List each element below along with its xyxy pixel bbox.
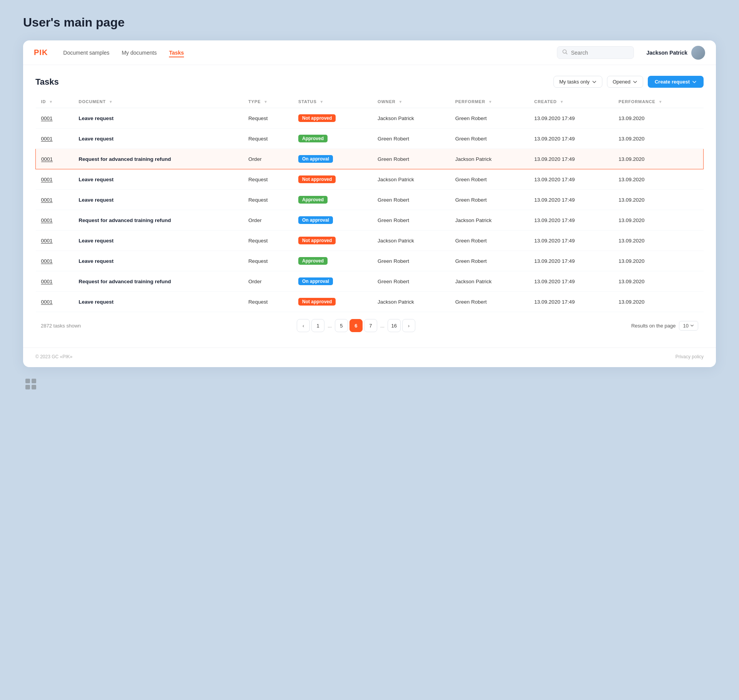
ellipsis-right: ... <box>379 323 386 329</box>
row-document: Leave request <box>73 129 243 149</box>
row-id-link[interactable]: 0001 <box>41 258 53 264</box>
row-created: 13.09.2020 17:49 <box>529 251 613 271</box>
row-performer: Green Robert <box>450 108 529 129</box>
row-status: Not approved <box>293 169 372 190</box>
row-status: Approved <box>293 129 372 149</box>
ellipsis-left: ... <box>326 323 333 329</box>
row-id-link[interactable]: 0001 <box>41 217 53 223</box>
col-owner[interactable]: OWNER ▼ <box>372 95 450 108</box>
col-document[interactable]: DOCUMENT ▼ <box>73 95 243 108</box>
nav-link-my-docs[interactable]: My documents <box>122 48 157 57</box>
page-16-button[interactable]: 16 <box>388 319 401 332</box>
row-document: Leave request <box>73 190 243 210</box>
page-title: User's main page <box>23 15 716 30</box>
row-performance: 13.09.2020 <box>613 129 704 149</box>
search-bar[interactable] <box>557 46 634 59</box>
opened-filter[interactable]: Opened <box>607 76 643 88</box>
logo: PIK <box>34 48 48 57</box>
status-badge: Approved <box>298 135 328 142</box>
status-badge: On approval <box>298 155 333 163</box>
row-performance: 13.09.2020 <box>613 251 704 271</box>
row-owner: Green Robert <box>372 251 450 271</box>
user-profile[interactable]: Jackson Patrick <box>646 46 705 60</box>
col-id[interactable]: ID ▼ <box>36 95 74 108</box>
row-document: Request for advanced training refund <box>73 271 243 292</box>
page-7-button[interactable]: 7 <box>364 319 377 332</box>
create-request-button[interactable]: Create request <box>648 76 704 88</box>
status-badge: Not approved <box>298 175 336 183</box>
row-status: Approved <box>293 190 372 210</box>
page-6-button[interactable]: 6 <box>349 319 363 332</box>
row-id-link[interactable]: 0001 <box>41 177 53 182</box>
table-row: 0001 Request for advanced training refun… <box>36 149 704 169</box>
table-body: 0001 Leave request Request Not approved … <box>36 108 704 312</box>
row-status: On approval <box>293 149 372 169</box>
row-type: Order <box>243 210 293 231</box>
row-id-link[interactable]: 0001 <box>41 238 53 244</box>
svg-rect-4 <box>25 385 30 389</box>
header-actions: My tasks only Opened Create request <box>553 76 704 88</box>
row-performance: 13.09.2020 <box>613 108 704 129</box>
row-performance: 13.09.2020 <box>613 190 704 210</box>
pagination-controls: ‹ 1 ... 5 6 7 ... 16 › <box>297 319 415 332</box>
col-performance[interactable]: PERFORMANCE ▼ <box>613 95 704 108</box>
col-performer[interactable]: PERFORMER ▼ <box>450 95 529 108</box>
row-status: Approved <box>293 251 372 271</box>
results-value: 10 <box>683 323 689 329</box>
results-select[interactable]: 10 <box>679 321 698 331</box>
row-created: 13.09.2020 17:49 <box>529 108 613 129</box>
my-tasks-filter[interactable]: My tasks only <box>553 76 602 88</box>
row-status: Not approved <box>293 231 372 251</box>
row-document: Leave request <box>73 231 243 251</box>
row-id-link[interactable]: 0001 <box>41 156 53 162</box>
table-row: 0001 Request for advanced training refun… <box>36 210 704 231</box>
status-badge: Approved <box>298 196 328 204</box>
row-status: On approval <box>293 210 372 231</box>
row-performance: 13.09.2020 <box>613 149 704 169</box>
row-owner: Green Robert <box>372 129 450 149</box>
row-created: 13.09.2020 17:49 <box>529 292 613 312</box>
row-id-link[interactable]: 0001 <box>41 299 53 305</box>
search-input[interactable] <box>571 50 629 56</box>
row-performance: 13.09.2020 <box>613 292 704 312</box>
row-id-link[interactable]: 0001 <box>41 197 53 203</box>
tasks-count: 2872 tasks shown <box>41 323 81 329</box>
col-type[interactable]: TYPE ▼ <box>243 95 293 108</box>
table-row: 0001 Request for advanced training refun… <box>36 271 704 292</box>
row-document: Leave request <box>73 292 243 312</box>
bottom-grid-icon <box>23 378 716 392</box>
row-performer: Green Robert <box>450 251 529 271</box>
nav-link-tasks[interactable]: Tasks <box>169 48 184 57</box>
row-document: Leave request <box>73 169 243 190</box>
page-1-button[interactable]: 1 <box>311 319 324 332</box>
row-performer: Green Robert <box>450 129 529 149</box>
chevron-down-icon <box>592 80 597 84</box>
page-5-button[interactable]: 5 <box>335 319 348 332</box>
row-status: Not approved <box>293 108 372 129</box>
row-id-link[interactable]: 0001 <box>41 279 53 284</box>
table-row: 0001 Leave request Request Approved Gree… <box>36 251 704 271</box>
row-owner: Jackson Patrick <box>372 108 450 129</box>
row-status: On approval <box>293 271 372 292</box>
row-owner: Green Robert <box>372 190 450 210</box>
row-id-link[interactable]: 0001 <box>41 115 53 121</box>
row-performer: Green Robert <box>450 231 529 251</box>
status-badge: On approval <box>298 216 333 224</box>
status-badge: On approval <box>298 277 333 285</box>
row-performance: 13.09.2020 <box>613 210 704 231</box>
row-owner: Jackson Patrick <box>372 292 450 312</box>
row-type: Order <box>243 271 293 292</box>
row-document: Leave request <box>73 251 243 271</box>
row-id-link[interactable]: 0001 <box>41 136 53 142</box>
next-page-button[interactable]: › <box>402 319 415 332</box>
nav-link-doc-samples[interactable]: Document samples <box>63 48 109 57</box>
table-row: 0001 Leave request Request Not approved … <box>36 231 704 251</box>
row-created: 13.09.2020 17:49 <box>529 271 613 292</box>
row-created: 13.09.2020 17:49 <box>529 231 613 251</box>
privacy-policy-link[interactable]: Privacy policy <box>675 354 704 359</box>
col-created[interactable]: CREATED ▼ <box>529 95 613 108</box>
prev-page-button[interactable]: ‹ <box>297 319 310 332</box>
row-performer: Green Robert <box>450 292 529 312</box>
row-created: 13.09.2020 17:49 <box>529 169 613 190</box>
col-status[interactable]: STATUS ▼ <box>293 95 372 108</box>
